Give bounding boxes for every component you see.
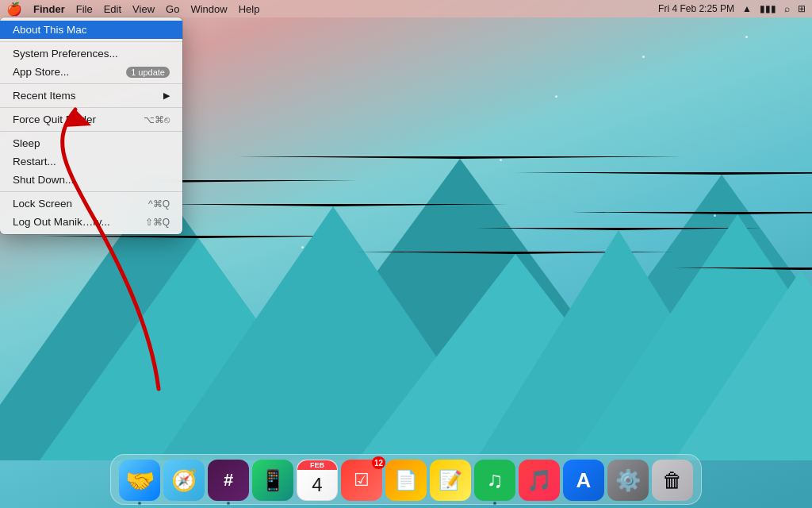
star [642, 56, 645, 58]
finder-icon-symbol: 🤝 [125, 467, 155, 495]
menu-item-restart[interactable]: Restart... [0, 152, 182, 171]
battery-icon: ▮▮▮ [760, 3, 776, 14]
menu-item-forcequit[interactable]: Force Quit Finder ⌥⌘⎋ [0, 110, 182, 129]
menubar-edit[interactable]: Edit [104, 3, 121, 15]
menu-item-about-label: About This Mac [13, 24, 87, 36]
menu-item-restart-label: Restart... [13, 156, 56, 167]
star [301, 246, 304, 248]
menubar: 🍎 Finder File Edit View Go Window Help F… [0, 0, 812, 17]
dock-icon-appstore[interactable]: A [563, 460, 604, 501]
reminders-icon-symbol: ☑ [354, 470, 370, 491]
dock-icon-calendar[interactable]: FEB 4 [297, 460, 338, 501]
menu-item-logout-label: Log Out Manik…ry... [13, 216, 110, 228]
menubar-go[interactable]: Go [166, 3, 179, 15]
dock-icon-slack[interactable]: # [208, 460, 249, 501]
menubar-clock: Fri 4 Feb 2:25 PM [658, 3, 734, 14]
control-center-icon[interactable]: ⊞ [798, 3, 806, 14]
menu-item-prefs-label: System Preferences... [13, 48, 118, 60]
calendar-icon-inner: FEB 4 [297, 460, 337, 500]
menu-separator [0, 131, 182, 132]
menubar-left: 🍎 Finder File Edit View Go Window Help [6, 2, 259, 17]
menubar-file[interactable]: File [76, 3, 93, 15]
reminders-badge: 12 [372, 456, 385, 469]
dock-icon-safari[interactable]: 🧭 [163, 460, 205, 501]
menu-item-logout[interactable]: Log Out Manik…ry... ⇧⌘Q [0, 213, 182, 231]
menu-item-system-prefs[interactable]: System Preferences... [0, 44, 182, 63]
menu-item-lock[interactable]: Lock Screen ^⌘Q [0, 194, 182, 213]
search-icon[interactable]: ⌕ [784, 3, 790, 14]
dock-icon-music[interactable]: 🎵 [519, 460, 560, 501]
menu-separator [0, 107, 182, 108]
menu-item-sleep[interactable]: Sleep [0, 134, 182, 152]
apple-menu-dropdown: About This Mac System Preferences... App… [0, 17, 182, 234]
lock-shortcut: ^⌘Q [148, 198, 170, 210]
menu-item-appstore[interactable]: App Store... 1 update [0, 63, 182, 81]
star [555, 95, 557, 98]
menubar-window[interactable]: Window [190, 3, 227, 15]
menu-item-appstore-label: App Store... [13, 66, 69, 78]
dock-icon-notes[interactable]: 📝 [430, 460, 471, 501]
notes-icon-symbol: 📝 [439, 469, 462, 491]
menubar-app-name[interactable]: Finder [33, 3, 65, 15]
dock-icon-whatsapp[interactable]: 📱 [252, 460, 293, 501]
menu-item-recent[interactable]: Recent Items ▶ [0, 87, 182, 105]
trash-icon-symbol: 🗑 [662, 468, 683, 493]
submenu-arrow-icon: ▶ [163, 90, 170, 101]
dock-icon-spotify[interactable]: ♫ [474, 460, 515, 501]
menubar-view[interactable]: View [132, 3, 155, 15]
spotify-icon-symbol: ♫ [487, 468, 504, 493]
menubar-right: Fri 4 Feb 2:25 PM ▲ ▮▮▮ ⌕ ⊞ [658, 3, 806, 14]
forcequit-shortcut: ⌥⌘⎋ [144, 114, 170, 125]
slack-icon-symbol: # [224, 470, 233, 491]
appstore-icon-symbol: A [576, 468, 592, 493]
music-icon-symbol: 🎵 [527, 468, 552, 493]
menu-item-recent-label: Recent Items [13, 90, 76, 102]
menu-item-about[interactable]: About This Mac [0, 21, 182, 39]
dock-icon-reminders[interactable]: ☑ 12 [341, 460, 382, 501]
calendar-month: FEB [297, 460, 337, 470]
menu-item-lock-label: Lock Screen [13, 198, 72, 210]
logout-shortcut: ⇧⌘Q [145, 217, 170, 228]
dock-icon-system-prefs[interactable]: ⚙️ [607, 460, 649, 501]
mountain-6 [674, 267, 812, 460]
menu-separator [0, 191, 182, 192]
dock: 🤝 🧭 # 📱 FEB 4 ☑ 12 📄 📝 ♫ 🎵 A ⚙ [110, 454, 702, 505]
star [745, 36, 748, 38]
spotify-active-dot [493, 502, 496, 505]
menu-item-sleep-label: Sleep [13, 137, 40, 149]
dock-icon-trash[interactable]: 🗑 [652, 460, 693, 501]
menu-separator [0, 83, 182, 84]
star [714, 214, 716, 217]
safari-icon-symbol: 🧭 [171, 468, 197, 493]
slack-active-dot [227, 502, 230, 505]
menu-item-forcequit-label: Force Quit Finder [13, 114, 96, 125]
finder-active-dot [138, 502, 141, 505]
star [500, 159, 502, 161]
menubar-help[interactable]: Help [239, 3, 260, 15]
menu-item-shutdown[interactable]: Shut Down... [0, 171, 182, 189]
whatsapp-icon-symbol: 📱 [260, 468, 285, 493]
dock-icon-finder[interactable]: 🤝 [119, 460, 160, 501]
wifi-icon: ▲ [742, 3, 752, 14]
apple-menu-button[interactable]: 🍎 [6, 2, 22, 17]
settings-icon-symbol: ⚙️ [615, 468, 641, 493]
calendar-date: 4 [312, 470, 322, 500]
menu-separator [0, 41, 182, 42]
appstore-update-badge: 1 update [126, 67, 170, 78]
pages-icon-symbol: 📄 [394, 469, 418, 491]
dock-icon-pages[interactable]: 📄 [385, 460, 427, 501]
menu-item-shutdown-label: Shut Down... [13, 174, 74, 186]
